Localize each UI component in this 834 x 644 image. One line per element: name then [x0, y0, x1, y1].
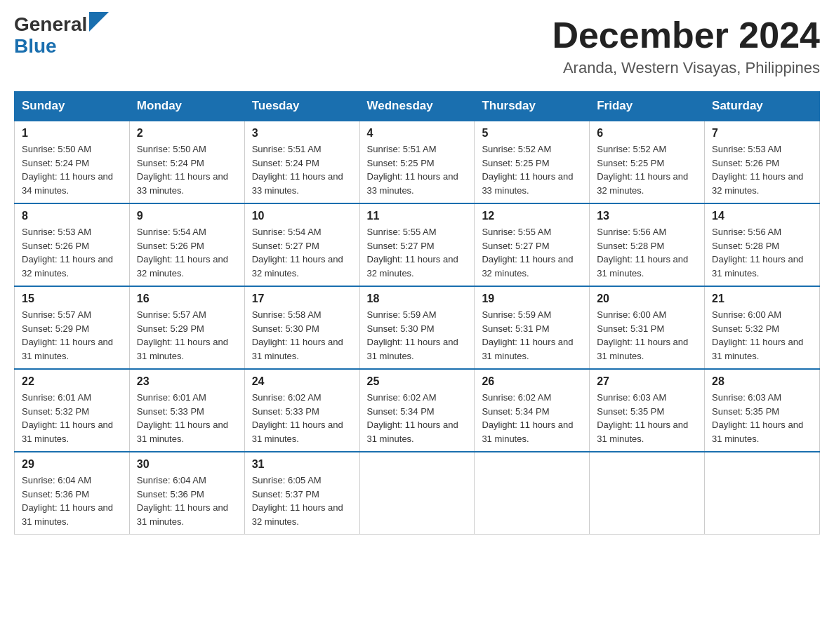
- day-info: Sunrise: 6:03 AMSunset: 5:35 PMDaylight:…: [597, 391, 697, 445]
- day-number: 2: [137, 127, 237, 140]
- day-number: 30: [137, 458, 237, 471]
- day-number: 4: [367, 127, 468, 140]
- calendar-week-row: 8Sunrise: 5:53 AMSunset: 5:26 PMDaylight…: [15, 203, 820, 286]
- day-number: 21: [712, 293, 812, 305]
- day-info: Sunrise: 5:52 AMSunset: 5:25 PMDaylight:…: [597, 142, 697, 197]
- calendar-day-cell: 15Sunrise: 5:57 AMSunset: 5:29 PMDayligh…: [15, 286, 130, 369]
- day-number: 6: [597, 127, 697, 140]
- day-number: 8: [22, 210, 122, 222]
- calendar-day-cell: 10Sunrise: 5:54 AMSunset: 5:27 PMDayligh…: [244, 203, 359, 286]
- day-info: Sunrise: 5:51 AMSunset: 5:25 PMDaylight:…: [367, 142, 468, 197]
- calendar-week-row: 29Sunrise: 6:04 AMSunset: 5:36 PMDayligh…: [15, 452, 820, 535]
- calendar-day-cell: 8Sunrise: 5:53 AMSunset: 5:26 PMDaylight…: [15, 203, 130, 286]
- calendar-day-cell: 31Sunrise: 6:05 AMSunset: 5:37 PMDayligh…: [244, 452, 359, 535]
- day-info: Sunrise: 5:52 AMSunset: 5:25 PMDaylight:…: [482, 142, 582, 197]
- calendar-week-row: 1Sunrise: 5:50 AMSunset: 5:24 PMDaylight…: [15, 121, 820, 203]
- day-info: Sunrise: 5:56 AMSunset: 5:28 PMDaylight:…: [712, 225, 812, 280]
- day-info: Sunrise: 6:04 AMSunset: 5:36 PMDaylight:…: [137, 474, 237, 528]
- calendar-week-row: 15Sunrise: 5:57 AMSunset: 5:29 PMDayligh…: [15, 286, 820, 369]
- day-info: Sunrise: 6:02 AMSunset: 5:34 PMDaylight:…: [367, 391, 468, 445]
- calendar-day-cell: 13Sunrise: 5:56 AMSunset: 5:28 PMDayligh…: [590, 203, 705, 286]
- day-number: 29: [22, 458, 122, 471]
- calendar-day-cell: 9Sunrise: 5:54 AMSunset: 5:26 PMDaylight…: [129, 203, 244, 286]
- calendar-day-cell: 2Sunrise: 5:50 AMSunset: 5:24 PMDaylight…: [129, 121, 244, 203]
- logo-triangle-icon: [89, 12, 109, 32]
- calendar-day-cell: [475, 452, 590, 535]
- day-number: 11: [367, 210, 468, 222]
- calendar-day-header: Tuesday: [244, 92, 359, 121]
- calendar-day-cell: 11Sunrise: 5:55 AMSunset: 5:27 PMDayligh…: [359, 203, 475, 286]
- calendar-day-header: Sunday: [15, 92, 130, 121]
- calendar-day-cell: 5Sunrise: 5:52 AMSunset: 5:25 PMDaylight…: [475, 121, 590, 203]
- day-number: 5: [482, 127, 582, 140]
- calendar-week-row: 22Sunrise: 6:01 AMSunset: 5:32 PMDayligh…: [15, 369, 820, 452]
- day-number: 10: [252, 210, 352, 222]
- day-info: Sunrise: 6:04 AMSunset: 5:36 PMDaylight:…: [22, 474, 122, 528]
- calendar-day-cell: 7Sunrise: 5:53 AMSunset: 5:26 PMDaylight…: [705, 121, 820, 203]
- day-number: 22: [22, 375, 122, 388]
- day-info: Sunrise: 5:59 AMSunset: 5:30 PMDaylight:…: [367, 308, 468, 363]
- day-info: Sunrise: 5:54 AMSunset: 5:26 PMDaylight:…: [137, 225, 237, 280]
- day-number: 18: [367, 293, 468, 305]
- title-section: December 2024 Aranda, Western Visayas, P…: [552, 14, 820, 77]
- location-title: Aranda, Western Visayas, Philippines: [552, 59, 820, 77]
- day-number: 23: [137, 375, 237, 388]
- calendar-day-cell: 20Sunrise: 6:00 AMSunset: 5:31 PMDayligh…: [590, 286, 705, 369]
- day-number: 28: [712, 375, 812, 388]
- day-info: Sunrise: 5:58 AMSunset: 5:30 PMDaylight:…: [252, 308, 352, 363]
- calendar-day-cell: 28Sunrise: 6:03 AMSunset: 5:35 PMDayligh…: [705, 369, 820, 452]
- day-info: Sunrise: 6:03 AMSunset: 5:35 PMDaylight:…: [712, 391, 812, 445]
- day-number: 24: [252, 375, 352, 388]
- day-number: 15: [22, 293, 122, 305]
- day-number: 13: [597, 210, 697, 222]
- calendar-day-header: Saturday: [705, 92, 820, 121]
- calendar-day-cell: 23Sunrise: 6:01 AMSunset: 5:33 PMDayligh…: [129, 369, 244, 452]
- day-info: Sunrise: 6:02 AMSunset: 5:34 PMDaylight:…: [482, 391, 582, 445]
- calendar-day-cell: 27Sunrise: 6:03 AMSunset: 5:35 PMDayligh…: [590, 369, 705, 452]
- day-number: 7: [712, 127, 812, 140]
- day-info: Sunrise: 6:01 AMSunset: 5:33 PMDaylight:…: [137, 391, 237, 445]
- day-number: 1: [22, 127, 122, 140]
- day-info: Sunrise: 6:00 AMSunset: 5:31 PMDaylight:…: [597, 308, 697, 363]
- day-info: Sunrise: 5:50 AMSunset: 5:24 PMDaylight:…: [22, 142, 122, 197]
- calendar-day-cell: 25Sunrise: 6:02 AMSunset: 5:34 PMDayligh…: [359, 369, 475, 452]
- day-info: Sunrise: 5:54 AMSunset: 5:27 PMDaylight:…: [252, 225, 352, 280]
- day-info: Sunrise: 5:55 AMSunset: 5:27 PMDaylight:…: [482, 225, 582, 280]
- calendar-day-header: Thursday: [475, 92, 590, 121]
- calendar-day-cell: 6Sunrise: 5:52 AMSunset: 5:25 PMDaylight…: [590, 121, 705, 203]
- day-info: Sunrise: 6:00 AMSunset: 5:32 PMDaylight:…: [712, 308, 812, 363]
- day-info: Sunrise: 5:53 AMSunset: 5:26 PMDaylight:…: [22, 225, 122, 280]
- calendar-day-cell: 21Sunrise: 6:00 AMSunset: 5:32 PMDayligh…: [705, 286, 820, 369]
- day-info: Sunrise: 6:05 AMSunset: 5:37 PMDaylight:…: [252, 474, 352, 528]
- calendar-day-cell: 3Sunrise: 5:51 AMSunset: 5:24 PMDaylight…: [244, 121, 359, 203]
- day-number: 25: [367, 375, 468, 388]
- day-info: Sunrise: 6:01 AMSunset: 5:32 PMDaylight:…: [22, 391, 122, 445]
- calendar-day-cell: 26Sunrise: 6:02 AMSunset: 5:34 PMDayligh…: [475, 369, 590, 452]
- day-info: Sunrise: 5:50 AMSunset: 5:24 PMDaylight:…: [137, 142, 237, 197]
- calendar-day-cell: 16Sunrise: 5:57 AMSunset: 5:29 PMDayligh…: [129, 286, 244, 369]
- svg-marker-0: [89, 12, 109, 32]
- calendar-table: SundayMondayTuesdayWednesdayThursdayFrid…: [14, 91, 820, 535]
- day-number: 20: [597, 293, 697, 305]
- calendar-day-cell: 1Sunrise: 5:50 AMSunset: 5:24 PMDaylight…: [15, 121, 130, 203]
- day-number: 14: [712, 210, 812, 222]
- day-number: 26: [482, 375, 582, 388]
- day-number: 27: [597, 375, 697, 388]
- day-info: Sunrise: 5:56 AMSunset: 5:28 PMDaylight:…: [597, 225, 697, 280]
- calendar-day-cell: [590, 452, 705, 535]
- calendar-day-header: Monday: [129, 92, 244, 121]
- day-info: Sunrise: 5:55 AMSunset: 5:27 PMDaylight:…: [367, 225, 468, 280]
- day-number: 19: [482, 293, 582, 305]
- day-info: Sunrise: 5:53 AMSunset: 5:26 PMDaylight:…: [712, 142, 812, 197]
- calendar-day-cell: 18Sunrise: 5:59 AMSunset: 5:30 PMDayligh…: [359, 286, 475, 369]
- calendar-day-cell: [359, 452, 475, 535]
- calendar-day-cell: 19Sunrise: 5:59 AMSunset: 5:31 PMDayligh…: [475, 286, 590, 369]
- calendar-day-cell: 17Sunrise: 5:58 AMSunset: 5:30 PMDayligh…: [244, 286, 359, 369]
- day-number: 31: [252, 458, 352, 471]
- calendar-day-cell: [705, 452, 820, 535]
- day-number: 16: [137, 293, 237, 305]
- day-info: Sunrise: 5:51 AMSunset: 5:24 PMDaylight:…: [252, 142, 352, 197]
- day-info: Sunrise: 5:59 AMSunset: 5:31 PMDaylight:…: [482, 308, 582, 363]
- logo: General Blue: [14, 14, 109, 58]
- day-info: Sunrise: 6:02 AMSunset: 5:33 PMDaylight:…: [252, 391, 352, 445]
